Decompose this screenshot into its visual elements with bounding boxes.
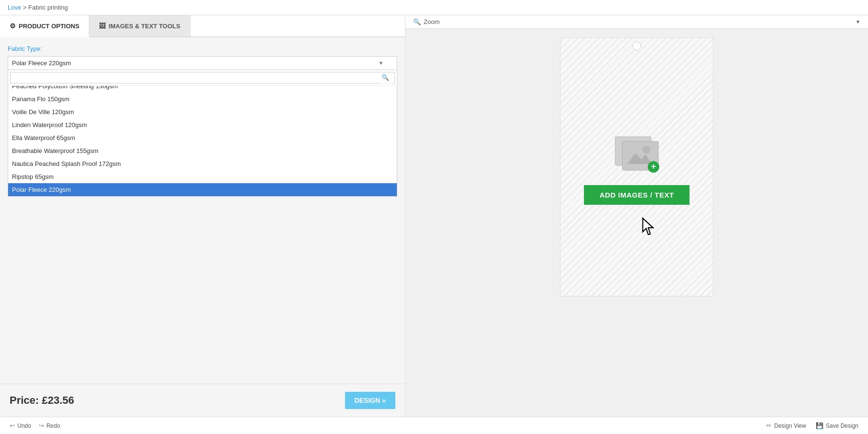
pencil-icon: ✏ (766, 422, 772, 429)
dropdown-item[interactable]: Voille De Ville 120gsm (8, 106, 397, 118)
undo-icon: ↩ (10, 422, 15, 429)
tab-images-text-tools-label: IMAGES & TEXT TOOLS (108, 23, 180, 30)
dropdown-item[interactable]: Linden Waterproof 120gsm (8, 118, 397, 131)
design-view-label: Design View (774, 422, 806, 429)
tab-images-text-tools[interactable]: 🖼 IMAGES & TEXT TOOLS (89, 15, 190, 36)
corner-indicator (632, 42, 641, 50)
breadcrumb-parent[interactable]: Love (8, 4, 21, 11)
tabs: ⚙ PRODUCT OPTIONS 🖼 IMAGES & TEXT TOOLS (0, 15, 405, 37)
main-layout: ⚙ PRODUCT OPTIONS 🖼 IMAGES & TEXT TOOLS … (0, 15, 868, 417)
bottom-bar: ↩ Undo ↪ Redo ✏ Design View 💾 Save Desig… (0, 417, 868, 434)
design-view-button[interactable]: ✏ Design View (766, 422, 806, 429)
dropdown-item[interactable]: Peached Polycotton Sheeting 130gsm (8, 86, 397, 93)
price-row: Price: £23.56 DESIGN » (0, 384, 405, 417)
fabric-type-select-wrapper: Polar Fleece 220gsm ▼ 🔍 Lucent Satin 120… (8, 56, 397, 70)
breadcrumb: Love > Fabric printing (0, 0, 868, 15)
zoom-bar: 🔍 Zoom ▼ (405, 15, 868, 29)
right-panel: 🔍 Zoom ▼ + (405, 15, 868, 417)
left-panel: ⚙ PRODUCT OPTIONS 🖼 IMAGES & TEXT TOOLS … (0, 15, 405, 417)
undo-button[interactable]: ↩ Undo (10, 422, 31, 429)
dropdown-item[interactable]: Panama Flo 150gsm (8, 93, 397, 106)
save-design-label: Save Design (826, 422, 858, 429)
tab-product-options-label: PRODUCT OPTIONS (19, 23, 79, 30)
undo-label: Undo (17, 422, 31, 429)
breadcrumb-current: Fabric printing (28, 4, 68, 11)
svg-text:+: + (651, 162, 656, 171)
price-display: Price: £23.56 (10, 394, 74, 407)
dropdown-item[interactable]: Nautica Peached Splash Proof 172gsm (8, 157, 397, 170)
redo-icon: ↪ (39, 422, 44, 429)
zoom-label: 🔍 Zoom (413, 18, 440, 25)
dropdown-search-input[interactable] (10, 72, 395, 83)
bottom-bar-left: ↩ Undo ↪ Redo (10, 422, 60, 429)
save-design-button[interactable]: 💾 Save Design (816, 422, 858, 429)
design-button[interactable]: DESIGN » (345, 392, 395, 409)
tab-product-options[interactable]: ⚙ PRODUCT OPTIONS (0, 15, 89, 37)
zoom-text: Zoom (424, 18, 440, 25)
dropdown-item[interactable]: Breathable Waterproof 155gsm (8, 144, 397, 157)
dropdown-list: Lucent Satin 120gsmPeached Polycotton Sh… (8, 86, 397, 196)
fabric-type-dropdown: 🔍 Lucent Satin 120gsmPeached Polycotton … (8, 70, 397, 197)
dropdown-item[interactable]: Ripstop 65gsm (8, 170, 397, 183)
breadcrumb-separator: > (23, 4, 27, 11)
dropdown-item[interactable]: Polar Fleece 220gsm (8, 183, 397, 196)
photo-placeholder-icon: + (606, 129, 668, 177)
svg-point-3 (642, 146, 650, 153)
dropdown-search-container: 🔍 (8, 70, 397, 86)
redo-button[interactable]: ↪ Redo (39, 422, 60, 429)
redo-label: Redo (47, 422, 60, 429)
select-current-value: Polar Fleece 220gsm (12, 59, 71, 67)
design-canvas: + ADD IMAGES / TEXT (560, 37, 713, 296)
product-options-content: Fabric Type: Polar Fleece 220gsm ▼ 🔍 Luc… (0, 37, 405, 417)
gear-icon: ⚙ (10, 22, 16, 30)
fabric-type-label: Fabric Type: (8, 45, 397, 52)
save-icon: 💾 (816, 422, 823, 429)
add-images-text-button[interactable]: ADD IMAGES / TEXT (584, 185, 689, 205)
zoom-dropdown-arrow-icon: ▼ (856, 19, 860, 24)
select-arrow-icon: ▼ (379, 60, 383, 66)
dropdown-item[interactable]: Ella Waterproof 65gsm (8, 131, 397, 144)
canvas-inner: + ADD IMAGES / TEXT (584, 129, 689, 205)
fabric-type-select[interactable]: Polar Fleece 220gsm ▼ (8, 56, 397, 70)
zoom-icon: 🔍 (413, 18, 421, 25)
image-icon: 🖼 (99, 22, 106, 30)
search-icon: 🔍 (380, 72, 391, 83)
